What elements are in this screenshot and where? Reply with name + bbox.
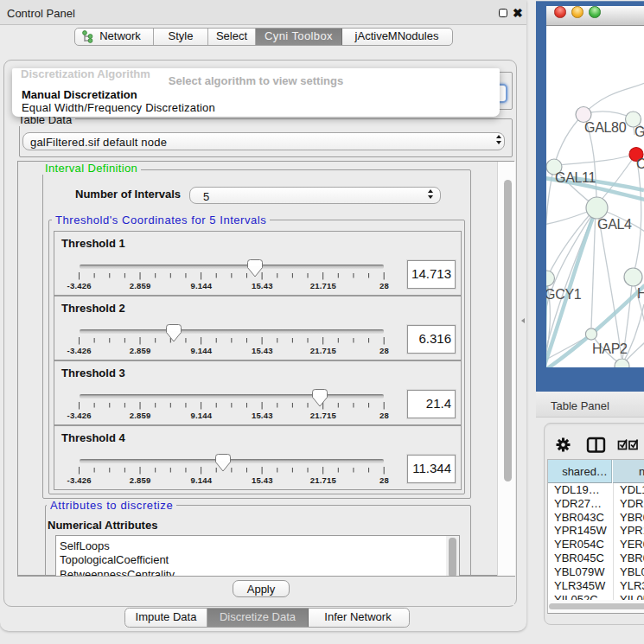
svg-text:C: C bbox=[636, 156, 644, 171]
svg-text:HAP2: HAP2 bbox=[592, 341, 628, 356]
svg-text:GA: GA bbox=[634, 124, 644, 139]
svg-text:GAL4: GAL4 bbox=[597, 217, 632, 232]
svg-text:GAL80: GAL80 bbox=[584, 120, 627, 135]
svg-text:GCY1: GCY1 bbox=[546, 287, 582, 302]
svg-text:H: H bbox=[637, 286, 644, 301]
svg-text:GAL11: GAL11 bbox=[555, 170, 596, 185]
